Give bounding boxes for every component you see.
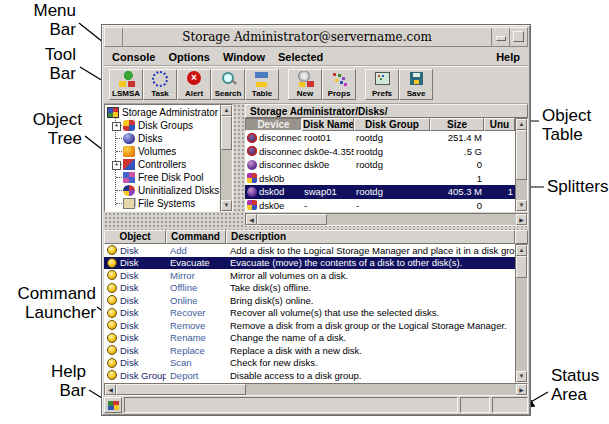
size-cell: 0 [430,159,484,170]
new-button[interactable]: New [288,69,322,100]
app-window: Storage Administrator@servername.com Con… [101,24,531,416]
scroll-down-icon[interactable]: ▼ [516,200,527,211]
column-description[interactable]: Description [226,230,515,244]
command-launcher-header: Object Command Description [104,230,528,244]
column-object[interactable]: Object [104,230,166,244]
scroll-thumb[interactable] [221,116,232,150]
object-label: Disk [120,345,138,356]
scroll-thumb[interactable] [516,130,527,180]
scroll-right-icon[interactable]: ▶ [516,384,527,395]
tree-scrollbar[interactable]: ▲ ▼ [220,104,233,212]
scroll-up-icon[interactable]: ▲ [221,105,232,116]
scroll-thumb[interactable] [516,256,527,278]
command-row[interactable]: Disk Scan Check for new disks. [104,357,515,370]
controllers-icon [123,159,135,170]
command-row[interactable]: Disk Evacuate Evacuate (move) the conten… [104,257,515,270]
status-icon-button[interactable] [104,397,122,413]
prefs-button[interactable]: Prefs [365,69,399,100]
scroll-up-icon[interactable]: ▲ [516,119,527,130]
vertical-splitter[interactable] [233,104,245,212]
tree-item-uninitialized-disks[interactable]: Uninitialized Disks [112,184,219,197]
object-table-row[interactable]: dsk0b 1 [245,172,515,186]
save-button[interactable]: Save [399,69,433,100]
tree-item-file-systems[interactable]: File Systems [112,197,219,210]
scroll-thumb[interactable] [257,214,327,225]
maximize-button[interactable] [509,28,527,46]
tree-root[interactable]: Storage Administrator [107,106,219,119]
command-row[interactable]: Disk Mirror Mirror all volumes on a disk… [104,269,515,282]
column-command[interactable]: Command [166,230,226,244]
object-table-row[interactable]: disconnected dsk0e rootdg 0 [245,158,515,172]
command-cell: Deport [166,370,226,381]
lsmsa-button[interactable]: LSMSA [109,69,143,100]
command-row[interactable]: Disk Rename Change the name of a disk. [104,332,515,345]
tree-item-disk-groups[interactable]: Disk Groups [112,119,219,132]
object-table-row[interactable]: disconnected dsk0e-4.355 rootdg .5 G [245,145,515,159]
task-button[interactable]: Task [143,69,177,100]
command-launcher-hscrollbar[interactable]: ◀ ▶ [104,383,528,396]
column-size[interactable]: Size [430,118,484,131]
tree-item-controllers[interactable]: Controllers [112,158,219,171]
object-table-hscrollbar[interactable]: ◀ ▶ [245,213,528,226]
scroll-left-icon[interactable]: ◀ [105,384,116,395]
tree-root-label: Storage Administrator [122,107,218,118]
horizontal-splitter[interactable]: ◀ ▶ [104,212,528,230]
command-row[interactable]: Disk Offline Take disk(s) offline. [104,282,515,295]
command-row[interactable]: Disk Group Deport Disable access to a di… [104,369,515,382]
scroll-down-icon[interactable]: ▼ [516,371,527,382]
title-bar[interactable]: Storage Administrator@servername.com [104,27,528,47]
tree-item-disks[interactable]: Disks [112,132,219,145]
alert-button[interactable]: Alert [177,69,211,100]
table-button[interactable]: Table [245,69,279,100]
command-row[interactable]: Disk Add Add a disk to the Logical Stora… [104,244,515,257]
device-icon [247,133,257,143]
menu-selected[interactable]: Selected [278,51,323,63]
uninitialized-disks-icon [123,185,135,196]
toolbar-button-label: Props [328,89,351,99]
command-launcher-vscrollbar[interactable]: ▲ ▼ [515,244,528,383]
menu-options[interactable]: Options [168,51,210,63]
expand-icon[interactable] [112,161,121,170]
device-icon [247,187,257,197]
object-table-row[interactable]: disconnected root01 rootdg 251.4 M [245,131,515,145]
object-label: Disk [120,245,138,256]
object-table-header: Device Disk Name Disk Group Size Unu [245,118,515,131]
prefs-icon [375,72,390,85]
column-device[interactable]: Device [245,118,302,131]
menu-window[interactable]: Window [223,51,265,63]
object-label: Disk [120,357,138,368]
tree-item-volumes[interactable]: Volumes [112,145,219,158]
command-row[interactable]: Disk Online Bring disk(s) online. [104,294,515,307]
expand-icon[interactable] [112,122,121,131]
menu-console[interactable]: Console [112,51,155,63]
column-unused[interactable]: Unu [484,118,515,131]
scroll-thumb[interactable] [116,384,246,395]
window-title: Storage Administrator@servername.com [123,28,491,46]
object-table-body: disconnected root01 rootdg 251.4 M [245,131,515,212]
device-label: dsk0e [259,200,284,211]
search-button[interactable]: Search [211,69,245,100]
command-row[interactable]: Disk Recover Recover all volume(s) that … [104,307,515,320]
command-row[interactable]: Disk Replace Replace a disk with a new d… [104,344,515,357]
disk-icon [107,245,117,255]
command-cell: Rename [166,332,226,343]
window-menu-button[interactable] [105,28,123,46]
device-cell: disconnected [245,132,302,143]
object-table-row[interactable]: dsk0d swap01 rootdg 405.3 M 1 [245,185,515,199]
minimize-button[interactable] [491,28,509,46]
column-disk-group[interactable]: Disk Group [354,118,430,131]
command-row[interactable]: Disk Remove Remove a disk from a disk gr… [104,319,515,332]
column-disk-name[interactable]: Disk Name [302,118,354,131]
disk-name-cell: - [302,200,354,211]
scroll-right-icon[interactable]: ▶ [516,214,527,225]
object-label: Disk Group [120,370,166,381]
object-table-row[interactable]: dsk0e - - 0 [245,199,515,213]
scroll-up-icon[interactable]: ▲ [516,245,527,256]
scroll-down-icon[interactable]: ▼ [221,200,232,211]
tree-item-free-disk-pool[interactable]: Free Disk Pool [112,171,219,184]
object-table-vscrollbar[interactable]: ▲ ▼ [515,118,528,212]
props-button[interactable]: Props [322,69,356,100]
object-cell: Disk [104,295,166,306]
scroll-left-icon[interactable]: ◀ [246,214,257,225]
menu-help[interactable]: Help [496,51,520,63]
